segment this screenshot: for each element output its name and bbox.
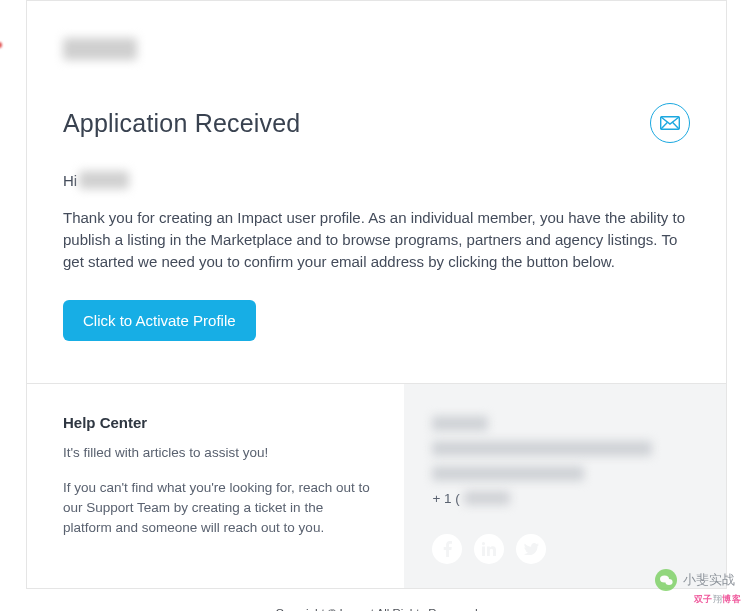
footer-columns: Help Center It's filled with articles to… xyxy=(27,383,726,588)
contact-phone: + 1 ( xyxy=(432,491,698,506)
watermark-brand1: 双子 xyxy=(694,594,713,604)
watermark-brand2: 博客 xyxy=(722,594,741,604)
title-row: Application Received xyxy=(63,103,690,143)
help-center-line2: If you can't find what you're looking fo… xyxy=(63,478,374,539)
body-paragraph: Thank you for creating an Impact user pr… xyxy=(63,207,690,274)
greeting: Hi xyxy=(63,171,690,189)
logo-area xyxy=(63,37,690,61)
help-center-line1: It's filled with articles to assist you! xyxy=(63,445,374,460)
greeting-prefix: Hi xyxy=(63,172,77,189)
watermark-subtext: 双子翔博客 xyxy=(694,593,742,606)
logo-image-redacted xyxy=(63,38,137,60)
phone-number-redacted xyxy=(464,491,510,505)
svg-rect-1 xyxy=(482,546,485,556)
linkedin-icon[interactable] xyxy=(474,534,504,564)
activate-profile-button[interactable]: Click to Activate Profile xyxy=(63,300,256,341)
copyright-line: Copyright © Impact All Rights Reserved xyxy=(0,589,753,611)
svg-point-4 xyxy=(665,579,672,585)
contact-column: + 1 ( xyxy=(404,384,726,588)
email-body-section: Application Received Hi Thank you for cr… xyxy=(27,1,726,383)
watermark-text: 小斐实战 xyxy=(683,571,735,589)
mail-icon xyxy=(650,103,690,143)
contact-name-redacted xyxy=(432,416,488,431)
facebook-icon[interactable] xyxy=(432,534,462,564)
logo-accent-dot xyxy=(0,42,2,48)
contact-address2-redacted xyxy=(432,466,584,481)
twitter-icon[interactable] xyxy=(516,534,546,564)
help-center-title: Help Center xyxy=(63,414,374,431)
greeting-name-redacted xyxy=(79,171,129,189)
help-center-column: Help Center It's filled with articles to… xyxy=(27,384,404,588)
wechat-icon xyxy=(655,569,677,591)
watermark: 小斐实战 xyxy=(655,569,735,591)
email-card: Application Received Hi Thank you for cr… xyxy=(26,0,727,589)
phone-prefix: + 1 ( xyxy=(432,491,459,506)
contact-address1-redacted xyxy=(432,441,652,456)
page-title: Application Received xyxy=(63,109,300,138)
social-icons-row xyxy=(432,534,698,564)
svg-point-2 xyxy=(482,542,485,545)
